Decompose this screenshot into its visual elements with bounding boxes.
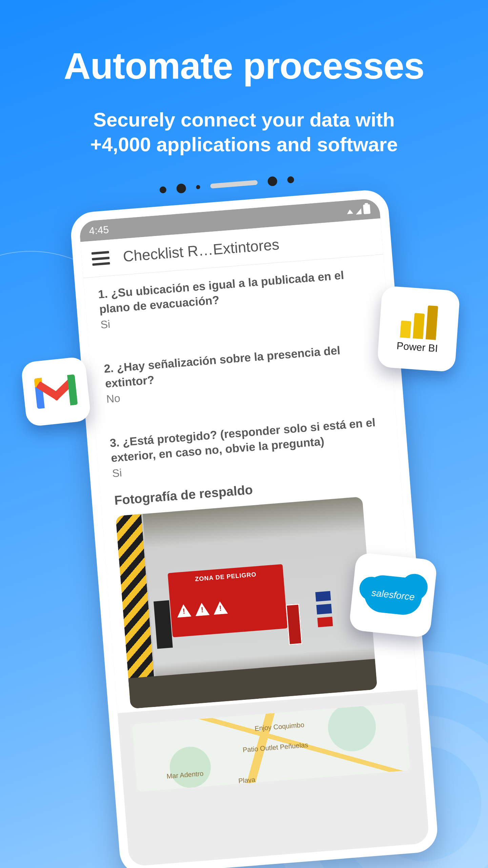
phone-sensors bbox=[68, 167, 386, 202]
integration-gmail bbox=[21, 356, 92, 427]
map-label: Enjoy Coquimbo bbox=[255, 721, 305, 732]
gmail-icon bbox=[34, 374, 78, 409]
checklist-content: 1. ¿Su ubicación es igual a la publicada… bbox=[83, 255, 418, 713]
battery-icon bbox=[363, 204, 370, 214]
backup-photo[interactable]: ZONA DE PELIGRO bbox=[116, 497, 377, 709]
menu-icon[interactable] bbox=[92, 251, 110, 266]
hero-subtitle: Securely connect your data with +4,000 a… bbox=[0, 107, 488, 157]
question-item[interactable]: 1. ¿Su ubicación es igual a la publicada… bbox=[98, 266, 374, 331]
map-label: Mar Adentro bbox=[166, 770, 204, 780]
question-item[interactable]: 3. ¿Está protegido? (responder solo si e… bbox=[109, 414, 386, 480]
sign-text: ZONA DE PELIGRO bbox=[174, 569, 278, 585]
powerbi-icon bbox=[400, 303, 438, 340]
powerbi-label: Power BI bbox=[396, 340, 438, 354]
phone-mockup: 4:45 Checklist R…Extintores 1. ¿Su ubica… bbox=[69, 189, 439, 868]
integration-powerbi: Power BI bbox=[377, 285, 460, 372]
hero-title: Automate processes bbox=[0, 44, 488, 87]
wifi-icon bbox=[346, 204, 354, 217]
signal-icon bbox=[355, 204, 362, 216]
map-label: Patio Outlet Peñuelas bbox=[242, 741, 308, 754]
salesforce-label: salesforce bbox=[371, 587, 415, 603]
salesforce-icon: salesforce bbox=[363, 573, 424, 616]
map-preview[interactable]: Enjoy Coquimbo Patio Outlet Peñuelas Mar… bbox=[132, 703, 410, 792]
app-title: Checklist R…Extintores bbox=[122, 236, 280, 265]
integration-salesforce: salesforce bbox=[349, 552, 438, 638]
question-item[interactable]: 2. ¿Hay señalización sobre la presencia … bbox=[103, 340, 380, 406]
status-time: 4:45 bbox=[88, 224, 109, 237]
map-label: Playa bbox=[238, 776, 256, 785]
hero-section: Automate processes Securely connect your… bbox=[0, 0, 488, 157]
